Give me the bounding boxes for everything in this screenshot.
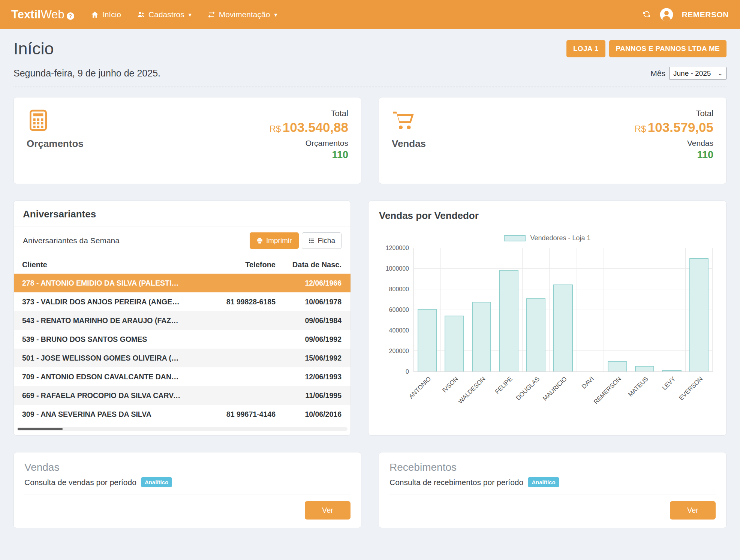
company-button[interactable]: PANNOS E PANNOS LTDA ME (609, 40, 727, 57)
user-avatar-icon[interactable] (659, 7, 674, 22)
vendas-summary-card: Vendas Total R$ 103.579,05 Vendas 110 (379, 97, 727, 184)
count-value: 110 (635, 149, 713, 161)
chart-cells: ANTONIOIVSONWALDESONFELIPEDOUGLASMAURICI… (414, 248, 713, 371)
exchange-arrows-icon (207, 10, 216, 19)
bar-mateus[interactable] (635, 366, 654, 371)
legend-swatch (504, 235, 526, 241)
vendas-report-card: Vendas Consulta de vendas por período An… (13, 452, 361, 528)
nav-item-movimentacao[interactable]: Movimentação ▾ (207, 10, 277, 19)
users-icon (137, 10, 145, 19)
chart-plot: ANTONIOIVSONWALDESONFELIPEDOUGLASMAURICI… (413, 248, 713, 372)
bar-everson[interactable] (689, 258, 709, 371)
total-amount: R$ 103.579,05 (635, 120, 713, 135)
chart-bar-group: EVERSON (686, 248, 713, 371)
count-label: Vendas (635, 139, 713, 148)
nav-label: Movimentação (219, 10, 270, 19)
navbar-right: REMERSON (642, 7, 729, 22)
cell-cliente: 309 - ANA SEVERINA PAES DA SILVA (14, 410, 186, 419)
total-amount: R$ 103.540,88 (270, 120, 348, 135)
print-button[interactable]: Imprimir (250, 232, 299, 249)
main-nav: Início Cadastros ▾ Movimentação ▾ (91, 10, 277, 19)
legend-label: Vendedores - Loja 1 (530, 234, 590, 242)
cell-telefone: 81 99671-4146 (186, 410, 279, 419)
bar-douglas[interactable] (526, 298, 545, 371)
cell-cliente: 709 - ANTONIO EDSON CAVALCANTE DANTAS (14, 373, 186, 381)
refresh-button[interactable] (642, 10, 651, 20)
col-cliente: Cliente (14, 261, 186, 269)
x-tick-label: FELIPE (494, 375, 514, 395)
nav-item-inicio[interactable]: Início (91, 10, 121, 19)
chart-bar-group: LEVY (658, 248, 685, 371)
ver-recebimentos-button[interactable]: Ver (670, 501, 716, 520)
birthdays-subtitle: Aniversariantes da Semana (23, 236, 120, 245)
cell-nasc: 10/06/2016 (279, 410, 351, 419)
chart-bar-group: FELIPE (495, 248, 522, 371)
cell-nasc: 09/06/1984 (279, 316, 351, 325)
cell-nasc: 10/06/1978 (279, 298, 351, 306)
table-row[interactable]: 543 - RENATO MARINHO DE ARAUJO (FAZE…09/… (14, 311, 351, 330)
x-tick-label: IVSON (441, 375, 460, 394)
store-button[interactable]: LOJA 1 (566, 40, 605, 57)
ficha-button[interactable]: Ficha (302, 232, 342, 249)
x-tick-label: DOUGLAS (514, 375, 541, 401)
home-icon (91, 10, 99, 19)
bar-levy[interactable] (662, 370, 681, 371)
nav-item-cadastros[interactable]: Cadastros ▾ (137, 10, 192, 19)
cell-cliente: 543 - RENATO MARINHO DE ARAUJO (FAZE… (14, 316, 186, 325)
cell-cliente: 539 - BRUNO DOS SANTOS GOMES (14, 335, 186, 344)
summary-card-name: Vendas (392, 138, 426, 150)
brand-textil: TextilWeb (11, 8, 64, 21)
dotted-divider (13, 87, 727, 87)
analitico-badge: Analítico (141, 477, 172, 487)
nav-label: Cadastros (148, 10, 184, 19)
brand-logo[interactable]: TextilWeb ? (11, 8, 74, 21)
scrollbar-thumb[interactable] (18, 428, 63, 430)
cell-nasc: 09/06/1992 (279, 335, 351, 344)
user-name[interactable]: REMERSON (682, 10, 729, 19)
table-row[interactable]: 309 - ANA SEVERINA PAES DA SILVA81 99671… (14, 405, 351, 424)
total-label: Total (270, 109, 348, 118)
bar-ivson[interactable] (445, 316, 464, 371)
horizontal-scrollbar[interactable] (17, 427, 348, 431)
cell-telefone: 81 99828-6185 (186, 298, 279, 306)
sales-by-seller-card: Vendas por Vendedor Vendedores - Loja 1 … (368, 201, 727, 436)
table-row[interactable]: 501 - JOSE WELISSON GOMES OLIVEIRA (E…15… (14, 349, 351, 367)
y-tick-label: 400000 (389, 327, 409, 334)
top-navbar: TextilWeb ? Início Cadastros ▾ Movimenta… (0, 0, 740, 29)
report-title: Recebimentos (389, 461, 716, 473)
table-row[interactable]: 278 - ANTONIO EMIDIO DA SILVA (PALESTI…1… (14, 274, 351, 292)
chart-bar-group: DAVI (577, 248, 604, 371)
calculator-icon (27, 109, 50, 132)
table-row[interactable]: 539 - BRUNO DOS SANTOS GOMES09/06/1992 (14, 330, 351, 349)
col-nasc: Data de Nasc. (279, 261, 351, 269)
report-title: Vendas (24, 461, 351, 473)
cell-nasc: 11/06/1995 (279, 391, 351, 400)
table-row[interactable]: 709 - ANTONIO EDSON CAVALCANTE DANTAS12/… (14, 367, 351, 386)
bar-remerson[interactable] (608, 361, 627, 371)
table-row[interactable]: 669 - RAFAELA PROCOPIO DA SILVA CARVA…11… (14, 386, 351, 405)
chart-legend[interactable]: Vendedores - Loja 1 (379, 234, 716, 242)
ficha-label: Ficha (318, 237, 335, 245)
page-content: Início LOJA 1 PANNOS E PANNOS LTDA ME Se… (0, 29, 740, 554)
printer-icon (256, 237, 263, 244)
chart-bar-group: WALDESON (468, 248, 495, 371)
bar-felipe[interactable] (499, 270, 518, 371)
x-tick-label: EVERSON (677, 375, 704, 401)
cell-cliente: 669 - RAFAELA PROCOPIO DA SILVA CARVA… (14, 391, 186, 400)
table-row[interactable]: 373 - VALDIR DOS ANJOS PEREIRA (ANGELA)8… (14, 292, 351, 311)
bar-antonio[interactable] (418, 309, 437, 371)
analitico-badge: Analítico (528, 477, 559, 487)
refresh-icon (642, 10, 651, 19)
y-tick-label: 600000 (389, 307, 409, 313)
ver-vendas-button[interactable]: Ver (305, 501, 351, 520)
page-title: Início (13, 39, 54, 58)
chart-bar-group: MATEUS (631, 248, 658, 371)
chart-y-axis: 020000040000060000080000010000001200000 (379, 248, 413, 372)
cell-nasc: 12/06/1966 (279, 279, 351, 287)
y-tick-label: 200000 (389, 348, 409, 355)
month-select[interactable]: June - 2025 (669, 67, 727, 80)
bar-waldeson[interactable] (472, 302, 491, 371)
help-icon[interactable]: ? (67, 12, 74, 20)
bar-mauricio[interactable] (553, 284, 572, 371)
list-icon (308, 237, 315, 244)
